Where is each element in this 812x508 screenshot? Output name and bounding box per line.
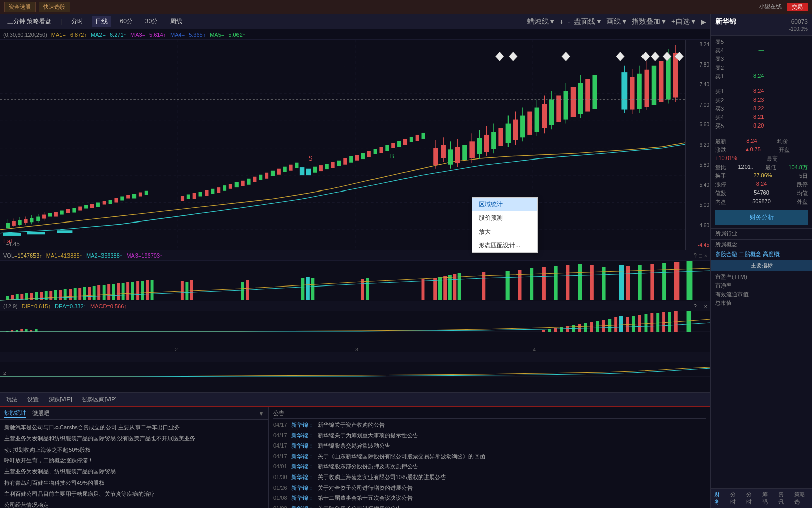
ma4-val: 5.365↑ xyxy=(189,31,206,38)
stock-ratio: -100.0% xyxy=(715,26,808,32)
svg-rect-169 xyxy=(74,288,77,300)
news-title[interactable]: 关于对全资子公司进行增资的进展公告 xyxy=(318,484,413,493)
svg-rect-189 xyxy=(241,282,244,300)
svg-rect-251 xyxy=(687,311,691,332)
svg-rect-135 xyxy=(659,61,663,102)
tab-60min[interactable]: 60分 xyxy=(117,16,136,27)
metric-inner-val: 509870 xyxy=(752,198,771,206)
tab-30min[interactable]: 30分 xyxy=(142,16,161,27)
settings-btn[interactable]: 设置 xyxy=(24,395,42,404)
svg-rect-246 xyxy=(650,313,653,332)
chart-style-btn[interactable]: 蜡烛线▼ xyxy=(527,17,556,26)
news-title[interactable]: 新华锦关于资产收购的公告 xyxy=(318,421,385,430)
tab-stats[interactable]: 炒股统计 xyxy=(4,409,26,418)
financial-analysis-btn[interactable]: 财务分析 xyxy=(715,210,808,225)
context-menu-price-predict[interactable]: 股价预测 xyxy=(472,211,537,225)
svg-rect-177 xyxy=(112,284,115,300)
metric-latest: 最新 8.24 均价 xyxy=(715,137,808,146)
svg-rect-181 xyxy=(131,282,134,300)
deepvip-btn[interactable]: 深跌[VIP] xyxy=(46,395,75,404)
news-item: 04/01 新华锦： 新华锦股东部分股份质押及再次质押公告 xyxy=(273,462,706,471)
news-title[interactable]: 新华锦股东部分股份质押及再次质押公告 xyxy=(318,462,418,471)
quick-select-button[interactable]: 快速选股 xyxy=(39,2,70,12)
macd-expand-btn[interactable]: □ xyxy=(699,303,702,309)
top-right-links: 小盟在线 交易 xyxy=(759,3,808,11)
tab-minute[interactable]: 分时 xyxy=(743,489,759,508)
tab-daily[interactable]: 日线 xyxy=(92,16,111,27)
svg-rect-173 xyxy=(93,286,96,300)
ma3-val: 5.614↑ xyxy=(149,31,166,38)
tab-timeframe[interactable]: 分时 xyxy=(68,16,86,27)
tab-score[interactable]: 分时 xyxy=(727,489,743,508)
zoom-in-btn[interactable]: + xyxy=(560,18,564,26)
tab-micro[interactable]: 微股吧 xyxy=(32,409,49,417)
main-chart[interactable]: S B xyxy=(0,40,710,250)
news-item: 04/17 新华锦： 新华锦关于资产收购的公告 xyxy=(273,421,706,430)
strong-btn[interactable]: 强势区间[VIP] xyxy=(79,395,120,404)
metric-low-label: 最低 xyxy=(765,164,776,171)
tab-weekly[interactable]: 周线 xyxy=(167,16,185,27)
index-btn[interactable]: 指数叠加▼ xyxy=(632,17,667,26)
info-header-left: 炒股统计 微股吧 ▼ xyxy=(0,407,268,420)
method-btn[interactable]: 玩法 xyxy=(3,395,20,404)
tab-finance[interactable]: 财务 xyxy=(711,489,727,508)
finance-tabs: 财务 分时 分时 筹码 资讯 策略选 xyxy=(711,488,812,508)
news-title[interactable]: 关于收购上海菠之实业有限公司10%股权的进展公告 xyxy=(318,473,446,482)
svg-rect-73 xyxy=(349,156,353,163)
stock-select-button[interactable]: 资金选股 xyxy=(4,2,36,12)
metric-vol: 量比 1201↓ 最低 104.8万 xyxy=(715,163,808,172)
vol-ma3-label: MA3= xyxy=(126,252,141,259)
metric-pe: 市盈率(TTM) xyxy=(715,273,808,281)
svg-rect-36 xyxy=(120,196,124,200)
tab-code[interactable]: 筹码 xyxy=(759,489,775,508)
news-title[interactable]: 关于《山东新华锦国际股份有限公司股票交易异常波动询函》的回函 xyxy=(318,452,485,461)
svg-text:3: 3 xyxy=(355,347,358,352)
news-company: 新华锦： xyxy=(291,494,314,503)
expand-btn[interactable]: ▶ xyxy=(701,18,706,26)
self-btn[interactable]: +自选▼ xyxy=(671,17,697,26)
zoom-out-btn[interactable]: - xyxy=(568,18,570,26)
svg-rect-241 xyxy=(619,316,623,332)
tab-strategy[interactable]: 策略选 xyxy=(791,489,812,508)
indicator-btn[interactable]: 盘面线▼ xyxy=(574,17,602,26)
vol-question-btn[interactable]: ? xyxy=(694,252,697,259)
svg-rect-77 xyxy=(374,149,377,154)
svg-rect-45 xyxy=(187,194,190,199)
news-title[interactable]: 新华锦关于为筹划重大事项的提示性公告 xyxy=(318,431,418,440)
macd-close-btn[interactable]: × xyxy=(704,303,707,309)
news-company: 新华锦： xyxy=(291,462,314,471)
metric-inner-label: 内盘 xyxy=(715,198,726,206)
svg-rect-248 xyxy=(662,312,665,332)
info-content-row: 动: 拟划收购上海菠之不超50%股权 xyxy=(4,445,264,455)
info-expand-btn[interactable]: ▼ xyxy=(258,410,264,417)
vol-expand-btn[interactable]: □ xyxy=(699,252,702,259)
context-menu-pattern[interactable]: 形态匹配设计... xyxy=(472,239,537,252)
svg-rect-35 xyxy=(114,198,118,202)
context-menu-zoom[interactable]: 放大 xyxy=(472,225,537,239)
ma5-val: 5.062↑ xyxy=(228,31,245,38)
macd-question-btn[interactable]: ? xyxy=(694,303,697,309)
svg-rect-215 xyxy=(638,265,642,300)
news-area: 公告 04/17 新华锦： 新华锦关于资产收购的公告 04/17 新华锦： 新华… xyxy=(269,407,710,508)
sell-vol xyxy=(783,47,808,54)
line-btn[interactable]: 画线▼ xyxy=(606,17,628,26)
tab-news2[interactable]: 资讯 xyxy=(775,489,791,508)
news-date: 04/17 xyxy=(273,452,287,461)
svg-rect-52 xyxy=(229,184,232,188)
metric-latest-val: 8.24 xyxy=(746,138,757,145)
trade-button[interactable]: 交易 xyxy=(787,3,808,11)
online-label[interactable]: 小盟在线 xyxy=(759,3,782,11)
context-menu-region-stats[interactable]: 区域统计 xyxy=(472,198,537,211)
metric-latest-label: 最新 xyxy=(715,138,726,145)
news-title[interactable]: 新华锦股票交易异常波动公告 xyxy=(318,441,390,451)
metric-total-cap: 总市值 xyxy=(715,299,808,307)
buy-price: 8.20 xyxy=(744,122,764,130)
main-indicators-metrics: 市盈率(TTM) 市净率 有效流通市值 总市值 xyxy=(711,271,812,309)
metric-inner: 内盘 509870 外盘 xyxy=(715,198,808,206)
svg-rect-25 xyxy=(54,212,58,216)
news-title[interactable]: 第十二届董事会第十五次会议决议公告 xyxy=(318,494,413,503)
buy-price: 8.24 xyxy=(744,88,764,96)
vol-close-btn[interactable]: × xyxy=(704,252,707,259)
news-title[interactable]: 关于对全资子公司进行增资的公告 xyxy=(318,504,401,508)
macd-dif-val: 0.615↑ xyxy=(34,303,51,309)
